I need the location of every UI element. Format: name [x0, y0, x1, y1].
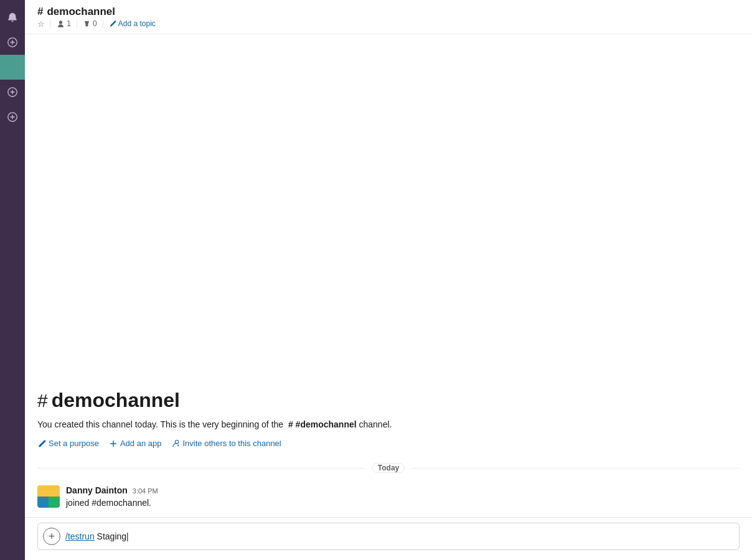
- pin-icon: [83, 20, 91, 28]
- channel-actions: Set a purpose Add an app Invite others t…: [37, 439, 740, 448]
- intro-desc-after: channel.: [359, 419, 392, 429]
- channel-intro-desc: You created this channel today. This is …: [37, 418, 740, 431]
- separator-1: |: [50, 19, 52, 28]
- message-list: Danny Dainton 3:04 PM joined #demochanne…: [25, 478, 752, 517]
- plus-label: +: [49, 530, 55, 543]
- invite-others-button[interactable]: Invite others to this channel: [171, 439, 281, 448]
- active-channel-icon[interactable]: [0, 55, 25, 80]
- intro-desc-before: You created this channel today. This is …: [37, 419, 283, 429]
- intro-channel-name: demochannel: [52, 389, 180, 412]
- plus-small-icon: [109, 439, 118, 448]
- message-content: Danny Dainton 3:04 PM joined #demochanne…: [66, 485, 740, 510]
- today-divider: Today: [25, 458, 752, 478]
- members-count: 1: [67, 19, 71, 28]
- cursor-indicator: |: [126, 531, 129, 541]
- channel-title: #demochannel: [37, 6, 740, 18]
- chat-spacer: [25, 34, 752, 376]
- message-input-wrapper[interactable]: + /testrun Staging|: [37, 523, 740, 550]
- main-panel: #demochannel ☆ | 1 | 0 | Add a topic: [25, 0, 752, 560]
- person-plus-icon: [171, 439, 180, 448]
- message-time: 3:04 PM: [133, 487, 158, 495]
- pencil-icon: [109, 20, 116, 27]
- add-app-label: Add an app: [120, 439, 162, 448]
- input-command-args: Staging: [95, 531, 126, 541]
- input-plus-button[interactable]: +: [43, 528, 60, 545]
- add-topic-button[interactable]: Add a topic: [109, 19, 156, 28]
- message-body: joined #demochannel.: [66, 497, 740, 510]
- pins-meta: 0: [83, 19, 97, 28]
- divider-line-left: [37, 468, 365, 469]
- set-purpose-label: Set a purpose: [49, 439, 99, 448]
- set-purpose-button[interactable]: Set a purpose: [37, 439, 99, 448]
- today-label: Today: [372, 463, 405, 473]
- avatar: [37, 485, 60, 508]
- add-circle-3-icon[interactable]: [0, 105, 25, 129]
- chat-area: # demochannel You created this channel t…: [25, 34, 752, 517]
- add-circle-1-icon[interactable]: [0, 30, 25, 55]
- channel-hash-symbol: #: [37, 6, 43, 18]
- channel-header: #demochannel ☆ | 1 | 0 | Add a topic: [25, 0, 752, 34]
- channel-intro-title: # demochannel: [37, 389, 740, 412]
- bell-icon[interactable]: [0, 5, 25, 30]
- add-circle-2-icon[interactable]: [0, 80, 25, 105]
- divider-line-right: [412, 468, 740, 469]
- add-app-button[interactable]: Add an app: [109, 439, 162, 448]
- star-icon[interactable]: ☆: [37, 19, 45, 29]
- header-meta: ☆ | 1 | 0 | Add a topic: [37, 19, 740, 29]
- pins-count: 0: [93, 19, 97, 28]
- message-author: Danny Dainton: [66, 485, 128, 495]
- channel-name: demochannel: [47, 6, 115, 18]
- input-command-text: /testrun: [65, 531, 95, 541]
- invite-others-label: Invite others to this channel: [182, 439, 281, 448]
- message-input-area: + /testrun Staging|: [25, 517, 752, 560]
- members-icon: [57, 20, 65, 28]
- channel-intro: # demochannel You created this channel t…: [25, 376, 752, 458]
- pencil-small-icon: [37, 439, 46, 448]
- intro-hash: #: [37, 390, 48, 411]
- table-row: Danny Dainton 3:04 PM joined #demochanne…: [37, 483, 740, 512]
- intro-channel-mention: # #demochannel: [288, 419, 357, 429]
- message-header: Danny Dainton 3:04 PM: [66, 485, 740, 495]
- add-topic-label: Add a topic: [118, 19, 156, 28]
- separator-2: |: [76, 19, 78, 28]
- members-meta: 1: [57, 19, 71, 28]
- message-input-field[interactable]: /testrun Staging|: [65, 531, 734, 541]
- separator-3: |: [102, 19, 104, 28]
- sidebar: [0, 0, 25, 560]
